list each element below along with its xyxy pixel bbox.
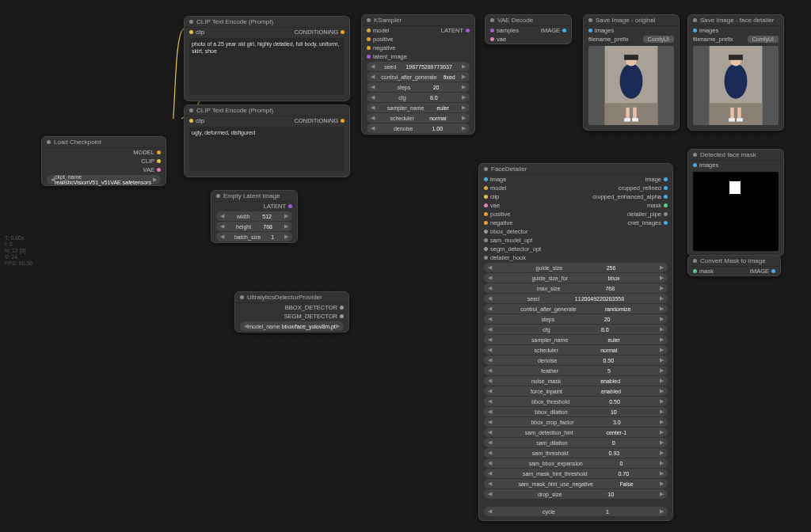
- port-in-clip[interactable]: [484, 195, 488, 199]
- node-title[interactable]: CLIP Text Encode (Prompt): [185, 17, 349, 28]
- node-ksampler[interactable]: KSampler modelLATENTpositivenegativelate…: [361, 14, 475, 135]
- widget-guide_size_for[interactable]: ◀guide_size_forbbox▶: [484, 273, 668, 283]
- widget-batch_size[interactable]: ◀batch_size1▶: [216, 232, 292, 241]
- node-title[interactable]: Save Image - face detailer: [688, 15, 783, 26]
- widget-sam_threshold[interactable]: ◀sam_threshold0.93▶: [484, 448, 668, 458]
- port-images[interactable]: [588, 28, 592, 32]
- ckpt-name-widget[interactable]: ◀ckpt_name realisticVisionV51_v51VAE.saf…: [47, 175, 161, 184]
- port-in-sam_model_opt[interactable]: [484, 238, 488, 242]
- widget-drop_size[interactable]: ◀drop_size10▶: [484, 489, 668, 499]
- prompt-text[interactable]: photo of a 25 year old girl, highly deta…: [189, 38, 345, 95]
- widget-sam_dilation[interactable]: ◀sam_dilation0▶: [484, 438, 668, 447]
- node-load-checkpoint[interactable]: Load Checkpoint MODEL CLIP VAE ◀ckpt_nam…: [41, 136, 166, 186]
- widget-sam_mask_hint_threshold[interactable]: ◀sam_mask_hint_threshold0.70▶: [484, 469, 668, 478]
- port-out-cnet_images[interactable]: [664, 221, 668, 225]
- port-cond[interactable]: [341, 119, 345, 123]
- port-in-vae[interactable]: [484, 203, 488, 207]
- node-detected-mask[interactable]: Detected face mask images: [687, 149, 784, 256]
- prefix-val[interactable]: ComfyUI: [748, 36, 779, 43]
- model-name-widget[interactable]: ◀model_name bbox/face_yolov8m.pt▶: [240, 321, 344, 331]
- widget-steps[interactable]: ◀steps20▶: [367, 82, 470, 92]
- widget-sam_bbox_expansion[interactable]: ◀sam_bbox_expansion0▶: [484, 458, 668, 468]
- port-out-mask[interactable]: [664, 203, 668, 207]
- prefix-val[interactable]: ComfyUI: [643, 36, 674, 43]
- port-segm[interactable]: [340, 314, 344, 318]
- port-latent_image[interactable]: [367, 55, 371, 59]
- port-latent-out[interactable]: [466, 28, 470, 32]
- widget-scheduler[interactable]: ◀schedulernormal▶: [484, 345, 668, 355]
- port-latent[interactable]: [288, 204, 292, 208]
- port-samples[interactable]: [490, 28, 494, 32]
- widget-bbox_crop_factor[interactable]: ◀bbox_crop_factor3.0▶: [484, 417, 668, 427]
- node-facedetailer[interactable]: FaceDetailer imageimagemodelcropped_refi…: [478, 163, 673, 521]
- port-clip-in[interactable]: [189, 30, 193, 34]
- port-in-bbox_detector[interactable]: [484, 230, 488, 234]
- port-in-model[interactable]: [484, 186, 488, 190]
- widget-sam_detection_hint[interactable]: ◀sam_detection_hintcenter-1▶: [484, 428, 668, 437]
- port-clip-in[interactable]: [189, 119, 193, 123]
- widget-width[interactable]: ◀width512▶: [216, 211, 292, 221]
- port-image[interactable]: [562, 28, 566, 32]
- node-title[interactable]: Empty Latent Image: [211, 191, 297, 202]
- port-out-detailer_pipe[interactable]: [664, 212, 668, 216]
- widget-feather[interactable]: ◀feather5▶: [484, 366, 668, 375]
- widget-denoise[interactable]: ◀denoise0.50▶: [484, 355, 668, 365]
- port-cond[interactable]: [341, 30, 345, 34]
- port-clip[interactable]: [157, 159, 161, 163]
- node-clip-negative[interactable]: CLIP Text Encode (Prompt) clipCONDITIONI…: [184, 104, 350, 177]
- widget-bbox_threshold[interactable]: ◀bbox_threshold0.50▶: [484, 397, 668, 406]
- widget-control_after_generate[interactable]: ◀control_after_generatefixed▶: [367, 72, 470, 82]
- widget-cfg[interactable]: ◀cfg8.0▶: [484, 325, 668, 334]
- widget-max_size[interactable]: ◀max_size768▶: [484, 283, 668, 293]
- port-model[interactable]: [157, 150, 161, 154]
- widget-sampler_name[interactable]: ◀sampler_nameeuler▶: [367, 103, 470, 112]
- port-vae[interactable]: [157, 168, 161, 172]
- port-in-positive[interactable]: [484, 212, 488, 216]
- port-vae-in[interactable]: [490, 37, 494, 41]
- widget-sampler_name[interactable]: ◀sampler_nameeuler▶: [484, 335, 668, 344]
- node-title[interactable]: VAE Decode: [485, 15, 571, 26]
- port-out-cropped_refined[interactable]: [664, 186, 668, 190]
- port-in-detailer_hook[interactable]: [484, 256, 488, 260]
- widget-scheduler[interactable]: ◀schedulernormal▶: [367, 113, 470, 123]
- node-ultralytics[interactable]: UltralyticsDetectorProvider BBOX_DETECTO…: [234, 291, 349, 332]
- node-title[interactable]: Detected face mask: [688, 150, 783, 161]
- port-images[interactable]: [693, 28, 697, 32]
- node-empty-latent[interactable]: Empty Latent Image LATENT ◀width512▶◀hei…: [211, 190, 298, 243]
- port-model[interactable]: [367, 28, 371, 32]
- cycle-widget[interactable]: ◀cycle1▶: [484, 507, 668, 516]
- widget-bbox_dilation[interactable]: ◀bbox_dilation10▶: [484, 407, 668, 416]
- node-save-facedetailer[interactable]: Save Image - face detailer images filena…: [687, 14, 784, 131]
- widget-height[interactable]: ◀height768▶: [216, 222, 292, 231]
- node-clip-positive[interactable]: CLIP Text Encode (Prompt) clipCONDITIONI…: [184, 16, 350, 101]
- widget-denoise[interactable]: ◀denoise1.00▶: [367, 124, 470, 133]
- port-positive[interactable]: [367, 37, 371, 41]
- node-title[interactable]: UltralyticsDetectorProvider: [235, 292, 348, 303]
- port-in-image[interactable]: [484, 177, 488, 181]
- node-convert-mask[interactable]: Convert Mask to Image maskIMAGE: [687, 255, 781, 276]
- node-title[interactable]: Load Checkpoint: [42, 137, 166, 148]
- node-title[interactable]: FaceDetailer: [479, 164, 672, 175]
- neg-prompt-text[interactable]: ugly, deformed, disfigured: [189, 127, 345, 171]
- node-title[interactable]: Save Image - original: [584, 15, 679, 26]
- widget-cfg[interactable]: ◀cfg8.0▶: [367, 93, 470, 102]
- node-save-original[interactable]: Save Image - original images filename_pr…: [583, 14, 680, 131]
- node-title[interactable]: KSampler: [362, 15, 474, 26]
- port-image[interactable]: [771, 269, 775, 273]
- widget-force_inpaint[interactable]: ◀force_inpaintenabled▶: [484, 386, 668, 396]
- port-negative[interactable]: [367, 46, 371, 50]
- port-mask[interactable]: [693, 269, 697, 273]
- widget-seed[interactable]: ◀seed1120049220283558▶: [484, 294, 668, 303]
- port-out-cropped_enhanced_alpha[interactable]: [664, 195, 668, 199]
- widget-sam_mask_hint_use_negative[interactable]: ◀sam_mask_hint_use_negativeFalse▶: [484, 479, 668, 488]
- port-bbox[interactable]: [340, 306, 344, 310]
- port-in-segm_detector_opt[interactable]: [484, 247, 488, 251]
- widget-seed[interactable]: ◀seed198775289773637▶: [367, 62, 470, 71]
- port-out-image[interactable]: [664, 177, 668, 181]
- widget-noise_mask[interactable]: ◀noise_maskenabled▶: [484, 376, 668, 386]
- node-title[interactable]: CLIP Text Encode (Prompt): [185, 105, 349, 116]
- widget-guide_size[interactable]: ◀guide_size256▶: [484, 263, 668, 272]
- node-title[interactable]: Convert Mask to Image: [688, 256, 780, 267]
- widget-control_after_generate[interactable]: ◀control_after_generaterandomize▶: [484, 304, 668, 314]
- port-in-negative[interactable]: [484, 221, 488, 225]
